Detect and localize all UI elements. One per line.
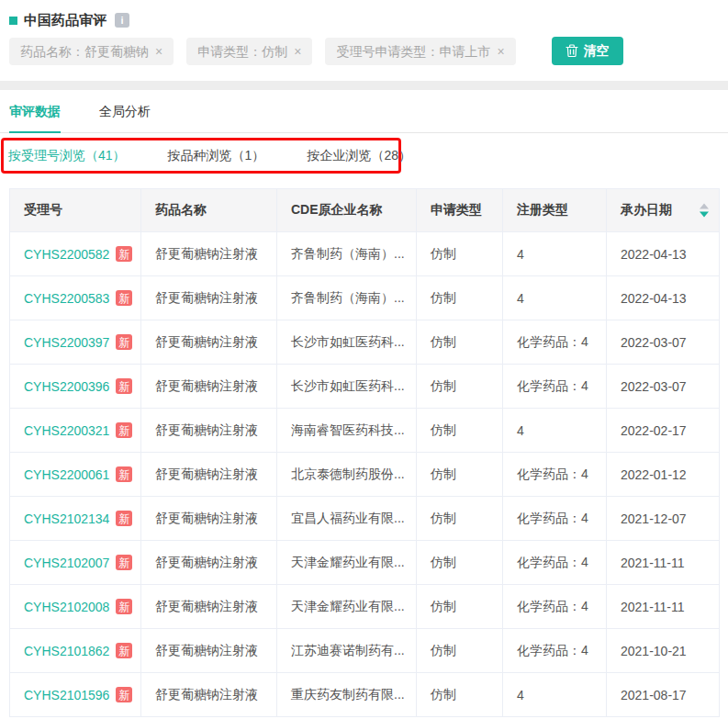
application-type-cell: 仿制 <box>417 232 503 276</box>
subtab-by-company[interactable]: 按企业浏览（28） <box>307 148 411 164</box>
sort-descending-icon[interactable] <box>700 212 709 218</box>
date-cell: 2021-08-17 <box>607 673 720 717</box>
section-divider <box>0 81 728 90</box>
tab-review-data[interactable]: 审评数据 <box>9 90 61 133</box>
acceptance-no-cell: CYHS2200061新 <box>10 453 141 497</box>
filter-tag-label: 受理号申请类型：申请上市 <box>336 44 490 59</box>
acceptance-no-cell: CYHS2102007新 <box>10 541 141 585</box>
acceptance-no-link[interactable]: CYHS2200582 <box>24 247 109 262</box>
column-header-company: CDE原企业名称 <box>277 189 417 232</box>
page-title: 中国药品审评 <box>24 12 106 28</box>
drug-name-cell: 舒更葡糖钠注射液 <box>141 629 277 673</box>
date-cell: 2022-04-13 <box>607 232 720 276</box>
table-row: CYHS2101862新舒更葡糖钠注射液江苏迪赛诺制药有...仿制化学药品：42… <box>10 629 720 673</box>
filter-tag-label: 申请类型：仿制 <box>197 44 287 59</box>
results-table-container: 受理号 药品名称 CDE原企业名称 申请类型 注册类型 承办日期 CYHS220… <box>9 188 719 717</box>
company-cell: 江苏迪赛诺制药有... <box>277 629 417 673</box>
column-header-application-type: 申请类型 <box>417 189 503 232</box>
acceptance-no-link[interactable]: CYHS2102008 <box>24 600 109 614</box>
company-cell: 齐鲁制药（海南）... <box>277 232 417 276</box>
filter-tag-drug-name[interactable]: 药品名称：舒更葡糖钠× <box>9 38 174 65</box>
sort-ascending-icon[interactable] <box>700 204 709 209</box>
company-cell: 海南睿智医药科技... <box>277 409 417 453</box>
drug-name-cell: 舒更葡糖钠注射液 <box>141 541 277 585</box>
page-header: 中国药品审评 i <box>0 0 728 28</box>
clear-filters-button[interactable]: 清空 <box>552 37 623 65</box>
new-badge: 新 <box>116 246 132 262</box>
new-badge: 新 <box>116 511 132 526</box>
company-cell: 宜昌人福药业有限... <box>277 497 417 541</box>
drug-name-cell: 舒更葡糖钠注射液 <box>141 409 277 453</box>
application-type-cell: 仿制 <box>417 673 503 717</box>
acceptance-no-cell: CYHS2200396新 <box>10 365 141 409</box>
filter-bar: 药品名称：舒更葡糖钠× 申请类型：仿制× 受理号申请类型：申请上市× 清空 <box>0 28 728 65</box>
filter-tag-application-type[interactable]: 申请类型：仿制× <box>186 38 312 65</box>
acceptance-no-link[interactable]: CYHS2200321 <box>24 423 109 438</box>
application-type-cell: 仿制 <box>417 585 503 629</box>
registration-type-cell: 化学药品：4 <box>503 541 607 585</box>
annotation-red-box: 按受理号浏览（41） 按品种浏览（1） 按企业浏览（28） <box>1 138 401 174</box>
acceptance-no-cell: CYHS2101596新 <box>10 673 141 717</box>
tab-global-analysis[interactable]: 全局分析 <box>99 90 151 132</box>
remove-filter-icon[interactable]: × <box>497 44 504 59</box>
registration-type-cell: 4 <box>503 276 607 320</box>
acceptance-no-cell: CYHS2200321新 <box>10 409 141 453</box>
acceptance-no-link[interactable]: CYHS2200396 <box>24 379 109 394</box>
acceptance-no-cell: CYHS2102008新 <box>10 585 141 629</box>
column-header-drug-name: 药品名称 <box>141 189 277 232</box>
registration-type-cell: 化学药品：4 <box>503 585 607 629</box>
trash-icon <box>566 44 578 58</box>
column-header-date-label: 承办日期 <box>621 202 672 217</box>
remove-filter-icon[interactable]: × <box>294 44 301 59</box>
acceptance-no-cell: CYHS2200582新 <box>10 232 141 276</box>
company-cell: 长沙市如虹医药科... <box>277 365 417 409</box>
acceptance-no-link[interactable]: CYHS2200061 <box>24 467 109 482</box>
clear-button-label: 清空 <box>584 43 610 60</box>
filter-tag-acceptance-application-type[interactable]: 受理号申请类型：申请上市× <box>325 38 515 65</box>
registration-type-cell: 4 <box>503 409 607 453</box>
acceptance-no-link[interactable]: CYHS2200583 <box>24 291 109 306</box>
registration-type-cell: 化学药品：4 <box>503 629 607 673</box>
acceptance-no-link[interactable]: CYHS2102134 <box>24 511 109 526</box>
registration-type-cell: 4 <box>503 673 607 717</box>
table-header-row: 受理号 药品名称 CDE原企业名称 申请类型 注册类型 承办日期 <box>10 189 720 232</box>
company-cell: 北京泰德制药股份... <box>277 453 417 497</box>
table-row: CYHS2102008新舒更葡糖钠注射液天津金耀药业有限...仿制化学药品：42… <box>10 585 720 629</box>
company-cell: 天津金耀药业有限... <box>277 541 417 585</box>
results-table: 受理号 药品名称 CDE原企业名称 申请类型 注册类型 承办日期 CYHS220… <box>9 188 720 717</box>
acceptance-no-cell: CYHS2102134新 <box>10 497 141 541</box>
new-badge: 新 <box>116 422 132 438</box>
new-badge: 新 <box>116 643 132 658</box>
info-icon[interactable]: i <box>115 13 129 28</box>
date-cell: 2021-11-11 <box>607 585 720 629</box>
date-cell: 2021-12-07 <box>607 497 720 541</box>
acceptance-no-link[interactable]: CYHS2101862 <box>24 644 109 658</box>
column-header-registration-type: 注册类型 <box>503 189 607 232</box>
table-row: CYHS2101596新舒更葡糖钠注射液重庆药友制药有限...仿制42021-0… <box>10 673 720 717</box>
new-badge: 新 <box>116 334 132 350</box>
table-row: CYHS2102007新舒更葡糖钠注射液天津金耀药业有限...仿制化学药品：42… <box>10 541 720 585</box>
subtab-by-acceptance-no[interactable]: 按受理号浏览（41） <box>8 148 126 164</box>
date-cell: 2021-11-11 <box>607 541 720 585</box>
acceptance-no-cell: CYHS2200583新 <box>10 276 141 320</box>
table-body: CYHS2200582新舒更葡糖钠注射液齐鲁制药（海南）...仿制42022-0… <box>10 232 720 717</box>
new-badge: 新 <box>116 687 132 702</box>
page: 中国药品审评 i 药品名称：舒更葡糖钠× 申请类型：仿制× 受理号申请类型：申请… <box>0 0 728 719</box>
new-badge: 新 <box>116 290 132 306</box>
acceptance-no-link[interactable]: CYHS2200397 <box>24 335 109 350</box>
remove-filter-icon[interactable]: × <box>155 44 162 59</box>
subtab-by-variety[interactable]: 按品种浏览（1） <box>168 148 265 164</box>
acceptance-no-link[interactable]: CYHS2101596 <box>24 688 109 702</box>
drug-name-cell: 舒更葡糖钠注射液 <box>141 320 277 365</box>
column-header-date[interactable]: 承办日期 <box>607 189 720 232</box>
date-cell: 2021-10-21 <box>607 629 720 673</box>
drug-name-cell: 舒更葡糖钠注射液 <box>141 585 277 629</box>
new-badge: 新 <box>116 599 132 614</box>
registration-type-cell: 化学药品：4 <box>503 453 607 497</box>
table-row: CYHS2102134新舒更葡糖钠注射液宜昌人福药业有限...仿制化学药品：42… <box>10 497 720 541</box>
acceptance-no-link[interactable]: CYHS2102007 <box>24 556 109 570</box>
sort-icon[interactable] <box>700 204 709 218</box>
application-type-cell: 仿制 <box>417 276 503 320</box>
drug-name-cell: 舒更葡糖钠注射液 <box>141 673 277 717</box>
column-header-acceptance-no: 受理号 <box>10 189 141 232</box>
